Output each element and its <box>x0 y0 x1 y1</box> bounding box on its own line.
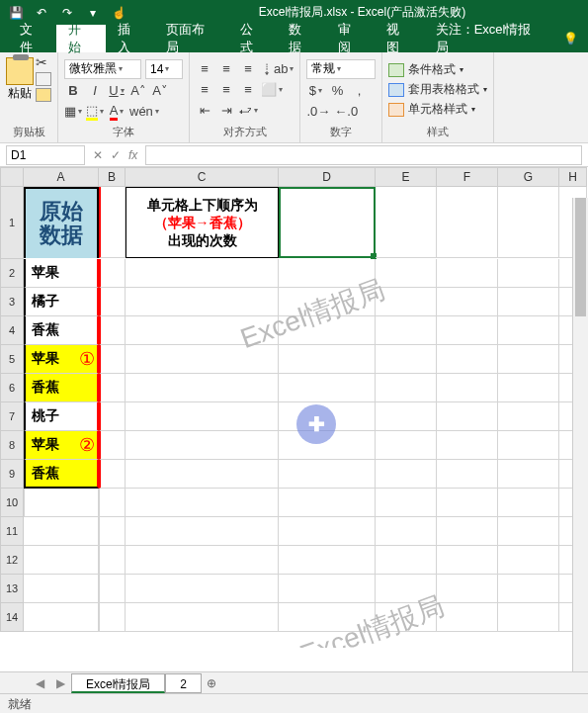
merge-button[interactable]: ⬜ <box>261 81 283 99</box>
cell-E13[interactable] <box>376 575 437 603</box>
cell-B14[interactable] <box>99 603 126 632</box>
cell-A12[interactable] <box>24 546 99 575</box>
cell-E2[interactable] <box>376 259 437 288</box>
cell-C12[interactable] <box>126 546 279 575</box>
cell-F8[interactable] <box>437 431 498 460</box>
cell-C11[interactable] <box>126 517 279 546</box>
row-header-12[interactable]: 12 <box>0 546 24 575</box>
cell-C4[interactable] <box>126 316 279 345</box>
cell-E8[interactable] <box>376 431 437 460</box>
cancel-formula-icon[interactable]: ✕ <box>93 148 103 162</box>
cell-B11[interactable] <box>99 517 126 546</box>
cell-B3[interactable] <box>99 288 126 316</box>
font-color-button[interactable]: A <box>108 103 126 121</box>
cell-F4[interactable] <box>437 316 498 345</box>
cell-E6[interactable] <box>376 374 437 402</box>
cell-F6[interactable] <box>437 374 498 402</box>
cell-A9[interactable]: 香蕉 <box>24 460 99 489</box>
cell-E1[interactable] <box>376 187 437 258</box>
cell-C14[interactable] <box>126 603 279 632</box>
row-header-11[interactable]: 11 <box>0 517 24 546</box>
tab-home[interactable]: 开始 <box>56 25 105 52</box>
col-header-F[interactable]: F <box>437 167 498 187</box>
cell-D3[interactable] <box>279 288 376 316</box>
cell-D5[interactable] <box>279 345 376 374</box>
select-all-corner[interactable] <box>0 167 24 187</box>
cell-G2[interactable] <box>498 259 559 288</box>
cell-C5[interactable] <box>126 345 279 374</box>
row-header-14[interactable]: 14 <box>0 603 24 632</box>
cell-E10[interactable] <box>376 489 437 517</box>
cell-A10[interactable] <box>24 489 99 517</box>
qat-customize-icon[interactable]: ▾ <box>85 5 101 21</box>
cell-G7[interactable] <box>498 402 559 431</box>
wrap-text-button[interactable]: ⮐ <box>239 102 258 120</box>
row-header-1[interactable]: 1 <box>0 187 24 259</box>
cell-D9[interactable] <box>279 460 376 489</box>
cell-A8[interactable]: 苹果② <box>24 431 99 460</box>
col-header-C[interactable]: C <box>126 167 279 187</box>
increase-indent-icon[interactable]: ⇥ <box>217 102 235 120</box>
font-size-select[interactable]: 14 <box>145 59 183 79</box>
row-header-6[interactable]: 6 <box>0 374 24 402</box>
fill-color-button[interactable]: ⬚ <box>86 103 104 121</box>
orientation-icon[interactable]: ⭭ab <box>261 60 294 78</box>
tab-follow[interactable]: 关注：Excel情报局 <box>424 25 553 52</box>
col-header-D[interactable]: D <box>279 167 376 187</box>
tab-view[interactable]: 视图 <box>375 25 423 52</box>
cell-D13[interactable] <box>279 575 376 603</box>
cell-G8[interactable] <box>498 431 559 460</box>
cell-E9[interactable] <box>376 460 437 489</box>
cell-G6[interactable] <box>498 374 559 402</box>
save-icon[interactable]: 💾 <box>8 5 24 21</box>
cell-G12[interactable] <box>498 546 559 575</box>
cell-F3[interactable] <box>437 288 498 316</box>
underline-button[interactable]: U <box>108 82 126 100</box>
row-header-3[interactable]: 3 <box>0 288 24 316</box>
row-header-9[interactable]: 9 <box>0 460 24 489</box>
cell-C13[interactable] <box>126 575 279 603</box>
percent-format-icon[interactable]: % <box>328 82 346 100</box>
phonetic-button[interactable]: wén <box>129 103 159 121</box>
number-format-select[interactable]: 常规 <box>306 59 376 79</box>
cell-D6[interactable] <box>279 374 376 402</box>
cell-F11[interactable] <box>437 517 498 546</box>
cell-G1[interactable] <box>498 187 559 258</box>
cell-B12[interactable] <box>99 546 126 575</box>
cell-F12[interactable] <box>437 546 498 575</box>
cell-B9[interactable] <box>99 460 126 489</box>
cell-B13[interactable] <box>99 575 126 603</box>
col-header-H[interactable]: H <box>559 167 587 187</box>
cell-F2[interactable] <box>437 259 498 288</box>
row-header-2[interactable]: 2 <box>0 259 24 288</box>
cell-G14[interactable] <box>498 603 559 632</box>
tab-data[interactable]: 数据 <box>277 25 325 52</box>
cell-F14[interactable] <box>437 603 498 632</box>
cell-E7[interactable] <box>376 402 437 431</box>
cell-A7[interactable]: 桃子 <box>24 402 99 431</box>
cell-E11[interactable] <box>376 517 437 546</box>
vertical-scrollbar[interactable] <box>572 198 588 671</box>
tab-file[interactable]: 文件 <box>8 25 56 52</box>
cell-A6[interactable]: 香蕉 <box>24 374 99 402</box>
increase-font-icon[interactable]: A˄ <box>129 82 147 100</box>
cell-B6[interactable] <box>99 374 126 402</box>
copy-icon[interactable] <box>36 72 51 86</box>
sheet-nav-next-icon[interactable]: ▶ <box>50 676 71 690</box>
format-as-table-button[interactable]: 套用表格格式▾ <box>388 81 487 98</box>
tab-review[interactable]: 审阅 <box>326 25 375 52</box>
undo-icon[interactable]: ↶ <box>34 5 49 21</box>
touch-mode-icon[interactable]: ☝ <box>111 5 126 21</box>
cell-F1[interactable] <box>437 187 498 258</box>
paste-button[interactable]: 粘贴 <box>6 54 34 125</box>
worksheet-grid[interactable]: A B C D E F G H 1 原始数据 单元格上下顺序为（苹果→香蕉）出现… <box>0 167 588 648</box>
decrease-indent-icon[interactable]: ⇤ <box>196 102 213 120</box>
cell-A14[interactable] <box>24 603 99 632</box>
align-top-icon[interactable]: ≡ <box>196 60 213 78</box>
format-painter-icon[interactable] <box>36 88 51 102</box>
cell-C10[interactable] <box>126 489 279 517</box>
cell-A1[interactable]: 原始数据 <box>24 187 99 258</box>
cell-D14[interactable] <box>279 603 376 632</box>
conditional-formatting-button[interactable]: 条件格式▾ <box>388 61 487 78</box>
tab-formula[interactable]: 公式 <box>228 25 277 52</box>
